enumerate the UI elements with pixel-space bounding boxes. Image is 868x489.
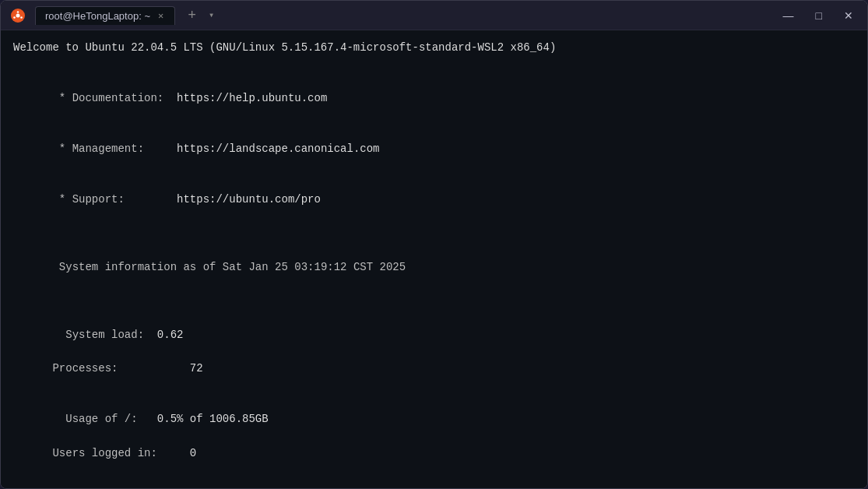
titlebar: root@HeTongLaptop: ~ ✕ + ▾ — □ ✕ [1, 1, 867, 30]
usage-val: 0.5% of 1006.85GB [157, 413, 269, 425]
svg-point-3 [13, 16, 16, 19]
doc-url: https://help.ubuntu.com [177, 92, 327, 104]
minimize-button[interactable]: — [778, 8, 799, 23]
processes-pad [52, 345, 118, 357]
tab-dropdown-button[interactable]: ▾ [209, 9, 214, 21]
sysinfo-date-line: System information as of Sat Jan 25 03:1… [13, 242, 855, 293]
sysinfo-row1: System load: 0.62 Processes: 72 [13, 310, 855, 394]
doc-line: * Documentation: https://help.ubuntu.com [13, 73, 855, 124]
processes-label: Processes: [52, 362, 189, 375]
terminal-tab[interactable]: root@HeTongLaptop: ~ ✕ [35, 6, 175, 25]
mgmt-url: https://landscape.canonical.com [177, 142, 379, 155]
support-label: * Support: [52, 193, 177, 206]
sysinfo-row3: Memory usage: 6% IPv4 address for eth0: … [13, 479, 855, 488]
svg-point-2 [20, 16, 23, 19]
users-val: 0 [190, 447, 196, 459]
sysload-val: 0.62 [157, 329, 184, 341]
sysinfo-date-text: System information as of Sat Jan 25 03:1… [52, 261, 406, 273]
usage-label: Usage of /: [52, 413, 156, 425]
users-label: Users logged in: [52, 447, 189, 459]
tab-close-icon[interactable]: ✕ [156, 10, 165, 22]
blank-line-3 [13, 293, 855, 310]
blank-line-1 [13, 57, 855, 74]
window-controls: — □ ✕ [778, 8, 858, 23]
doc-label: * Documentation: [52, 92, 177, 104]
ubuntu-icon [10, 8, 26, 23]
support-line: * Support: https://ubuntu.com/pro [13, 175, 855, 226]
blank-line-2 [13, 226, 855, 243]
sysinfo-row2: Usage of /: 0.5% of 1006.85GB Users logg… [13, 394, 855, 478]
terminal-body[interactable]: Welcome to Ubuntu 22.04.5 LTS (GNU/Linux… [1, 30, 867, 488]
mgmt-label: * Management: [52, 142, 177, 155]
svg-point-1 [17, 11, 19, 13]
terminal-window: root@HeTongLaptop: ~ ✕ + ▾ — □ ✕ Welcome… [0, 0, 868, 489]
svg-point-0 [16, 13, 20, 17]
tab-title: root@HeTongLaptop: ~ [45, 10, 150, 22]
close-button[interactable]: ✕ [839, 8, 858, 23]
users-pad [52, 430, 72, 442]
add-tab-button[interactable]: + [181, 8, 202, 23]
sysload-label: System load: [52, 329, 156, 341]
welcome-line: Welcome to Ubuntu 22.04.5 LTS (GNU/Linux… [13, 40, 855, 57]
processes-val: 72 [190, 362, 203, 375]
mgmt-line: * Management: https://landscape.canonica… [13, 124, 855, 174]
support-url: https://ubuntu.com/pro [177, 193, 321, 206]
maximize-button[interactable]: □ [811, 8, 827, 23]
